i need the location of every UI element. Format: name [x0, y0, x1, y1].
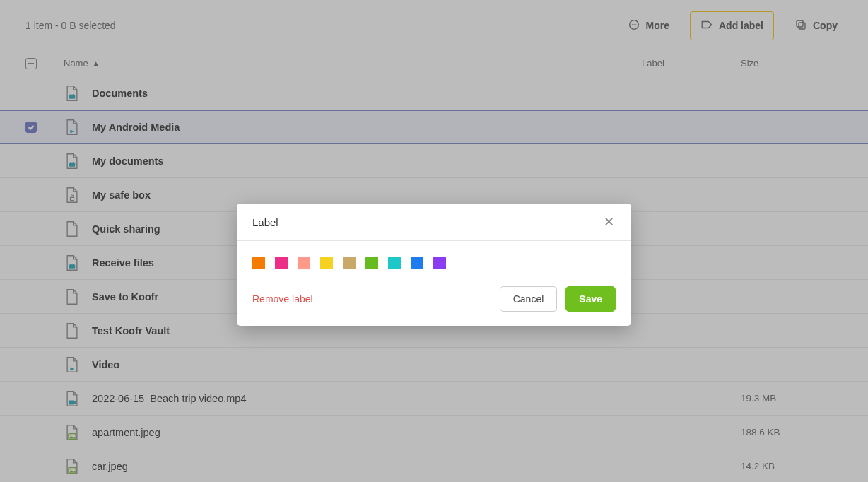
app-root: 1 item - 0 B selected More Add label Cop… [0, 0, 868, 482]
color-swatch[interactable] [365, 257, 378, 269]
save-button[interactable]: Save [565, 286, 616, 312]
modal-header: Label ✕ [237, 204, 631, 241]
label-modal: Label ✕ Remove label Cancel Save [237, 204, 631, 326]
color-swatches [252, 257, 616, 269]
modal-overlay[interactable]: Label ✕ Remove label Cancel Save [0, 0, 868, 482]
color-swatch[interactable] [320, 257, 333, 269]
modal-body [237, 241, 631, 276]
color-swatch[interactable] [252, 257, 265, 269]
color-swatch[interactable] [275, 257, 288, 269]
close-icon[interactable]: ✕ [602, 215, 616, 229]
color-swatch[interactable] [343, 257, 356, 269]
color-swatch[interactable] [388, 257, 401, 269]
color-swatch[interactable] [298, 257, 310, 269]
remove-label-link[interactable]: Remove label [252, 293, 313, 305]
modal-buttons: Cancel Save [500, 286, 616, 312]
color-swatch[interactable] [433, 257, 446, 269]
modal-title: Label [252, 216, 278, 228]
modal-footer: Remove label Cancel Save [237, 276, 631, 326]
cancel-button[interactable]: Cancel [500, 286, 558, 312]
color-swatch[interactable] [411, 257, 423, 269]
